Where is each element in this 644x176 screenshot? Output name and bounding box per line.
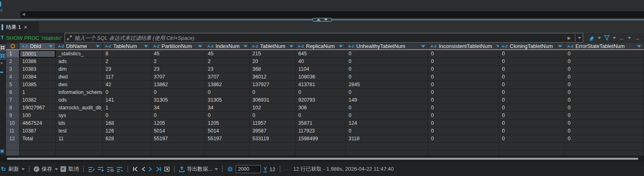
tab-close-icon[interactable]: × xyxy=(24,24,27,30)
column-filter-caret-icon[interactable] xyxy=(198,45,202,48)
cell[interactable]: 0 xyxy=(250,89,295,96)
refresh-caret-icon[interactable] xyxy=(22,168,25,170)
column-filter-caret-icon[interactable] xyxy=(637,45,641,48)
cell[interactable]: 0 xyxy=(428,104,499,112)
minimize-down-icon[interactable] xyxy=(324,19,328,21)
cell[interactable]: 413781 xyxy=(295,81,346,89)
cell[interactable]: 1598499 xyxy=(295,135,346,143)
maximize-up-icon[interactable] xyxy=(317,19,321,21)
cell[interactable]: 0 xyxy=(499,120,565,127)
refresh-icon[interactable]: ↻ xyxy=(1,166,6,172)
cell[interactable]: 55197 xyxy=(205,135,250,143)
cell[interactable]: 23 xyxy=(103,65,151,73)
column-header-DbName[interactable]: A-ZDbName xyxy=(56,43,103,49)
cell[interactable]: 0 xyxy=(346,89,428,96)
cell[interactable]: 0 xyxy=(499,58,565,65)
cell[interactable]: 11 xyxy=(56,135,103,143)
cell[interactable]: 13862 xyxy=(205,81,250,89)
cell[interactable]: 0 xyxy=(565,58,644,65)
close-panel-icon[interactable]: ✕ xyxy=(0,61,5,67)
first-row-icon[interactable] xyxy=(132,166,138,172)
cell[interactable]: 10387 xyxy=(19,127,56,135)
cell[interactable]: 100 xyxy=(19,112,56,120)
cell[interactable]: 0 xyxy=(295,112,346,120)
tab-results-1[interactable]: 结果 1 × xyxy=(0,22,39,33)
cell[interactable]: 368 xyxy=(250,65,295,73)
cell[interactable]: 0 xyxy=(499,73,565,81)
cell[interactable]: 31305 xyxy=(205,96,250,104)
cell[interactable]: 0 xyxy=(565,81,644,89)
cell[interactable]: ads xyxy=(56,58,103,65)
row-number[interactable]: 8 xyxy=(6,104,19,112)
row-number[interactable]: 7 xyxy=(6,96,19,104)
cell[interactable]: 10382 xyxy=(19,96,56,104)
cell[interactable]: 0 xyxy=(499,112,565,120)
column-header-CloningTabletNum[interactable]: A-ZCloningTabletNum xyxy=(499,43,565,49)
cell[interactable]: 0 xyxy=(499,135,565,143)
cell[interactable]: 0 xyxy=(565,135,644,143)
row-number[interactable]: 6 xyxy=(6,89,19,96)
grid-view-icon[interactable] xyxy=(0,45,5,51)
export-data-icon[interactable] xyxy=(179,166,185,172)
nav-back-caret-icon[interactable] xyxy=(628,37,631,39)
fetch-all-icon[interactable]: Y xyxy=(263,166,267,172)
cell[interactable]: 0 xyxy=(346,58,428,65)
cell[interactable]: 36012 xyxy=(250,73,295,81)
cell[interactable]: 0 xyxy=(565,120,644,127)
erase-filter-icon[interactable] xyxy=(588,35,595,41)
cell[interactable]: 31305 xyxy=(151,96,205,104)
column-filter-caret-icon[interactable] xyxy=(558,45,562,48)
column-header-InconsistentTabletNum[interactable]: A-ZInconsistentTabletNum xyxy=(428,43,499,49)
row-number[interactable]: 5 xyxy=(6,81,19,89)
column-header-ErrorStateTabletNum[interactable]: A-ZErrorStateTabletNum xyxy=(565,43,644,49)
cell[interactable]: 108036 xyxy=(295,73,346,81)
cell[interactable]: 0 xyxy=(499,81,565,89)
cell[interactable]: 1 xyxy=(19,89,56,96)
cell[interactable]: 3707 xyxy=(151,73,205,81)
cell[interactable]: 1205 xyxy=(151,120,205,127)
column-header-PartitionNum[interactable]: A-ZPartitionNum xyxy=(151,43,205,49)
cell[interactable]: 0 xyxy=(428,50,499,58)
cell[interactable]: ods xyxy=(56,96,103,104)
cell[interactable]: information_schema xyxy=(56,89,103,96)
cell[interactable]: 0 xyxy=(428,127,499,135)
cell[interactable]: 117923 xyxy=(295,127,346,135)
cell[interactable]: dim xyxy=(56,65,103,73)
cell[interactable]: 126 xyxy=(103,127,151,135)
cell[interactable]: 4667524 xyxy=(19,120,56,127)
row-number[interactable]: 10 xyxy=(6,120,19,127)
cell[interactable]: 0 xyxy=(565,112,644,120)
cell[interactable]: 0 xyxy=(428,112,499,120)
cell[interactable]: 141 xyxy=(103,96,151,104)
column-filter-caret-icon[interactable] xyxy=(144,45,148,48)
cell[interactable]: 45 xyxy=(151,50,205,58)
filter-history-caret-icon[interactable] xyxy=(578,37,581,39)
cell[interactable]: 10001 xyxy=(19,50,56,58)
cell[interactable]: 0 xyxy=(346,50,428,58)
cell[interactable]: test xyxy=(56,127,103,135)
cell[interactable]: 102 xyxy=(250,104,295,112)
cell[interactable]: 0 xyxy=(428,81,499,89)
cell[interactable]: 23 xyxy=(151,65,205,73)
cell[interactable]: 0 xyxy=(205,112,250,120)
cell[interactable]: 19027967 xyxy=(19,104,56,112)
cell[interactable]: 35871 xyxy=(295,120,346,127)
cell[interactable]: 0 xyxy=(565,89,644,96)
cell[interactable]: 0 xyxy=(428,120,499,127)
cell[interactable]: 149 xyxy=(346,96,428,104)
column-filter-caret-icon[interactable] xyxy=(339,45,343,48)
editor-horizontal-scrollbar[interactable]: ◀ xyxy=(20,11,644,18)
row-number[interactable]: 11 xyxy=(6,127,19,135)
cell[interactable]: 40 xyxy=(295,58,346,65)
cell[interactable]: Total xyxy=(19,135,56,143)
cell[interactable]: 2 xyxy=(151,58,205,65)
grid-horizontal-scrollbar[interactable] xyxy=(0,156,644,162)
cell[interactable]: 0 xyxy=(428,96,499,104)
cell[interactable]: 628 xyxy=(103,135,151,143)
column-filter-caret-icon[interactable] xyxy=(96,45,100,48)
cell[interactable]: 645 xyxy=(295,50,346,58)
nav-back-icon[interactable]: ← xyxy=(619,35,625,41)
splitter-handle[interactable] xyxy=(312,18,332,22)
save-button[interactable]: 保存 xyxy=(42,165,52,173)
cell[interactable]: 5014 xyxy=(205,127,250,135)
